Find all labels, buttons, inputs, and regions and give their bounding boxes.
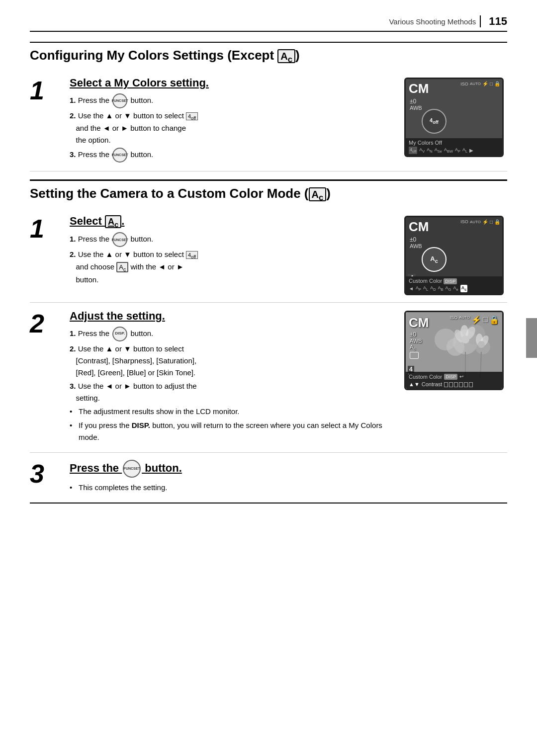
func-set-icon-1: FUNCSET <box>112 93 127 108</box>
icon-abw: ABW <box>444 147 453 154</box>
step1-heading: Select a My Colors setting. <box>70 77 393 89</box>
s2step1-item1: 1. Press the FUNCSET button. <box>70 232 393 247</box>
lcd2-flash: ⚡ <box>482 219 488 225</box>
contrast-scale <box>444 382 473 387</box>
lcd2-ac-icon: Ac <box>430 255 438 264</box>
icon-4off: 4off <box>409 147 417 154</box>
contrast-label-row: Custom Color DISP ↩ <box>409 374 499 380</box>
lcd-screen-2: ISO AUTO ⚡ □ 🔒 CM ±0 AWB Ac L 4 <box>404 216 504 295</box>
lcd2-aspect: □ <box>490 219 493 225</box>
mode-off-icon-s2: 4off <box>186 251 198 259</box>
icon-an: AN <box>427 147 432 154</box>
screen3-col: ISO AUTO ⚡ □ 🔒 CM ±0 AWB Ac L 4 <box>393 310 507 390</box>
icon-ap: AP <box>455 147 460 154</box>
icon2-ap: AP <box>416 285 421 292</box>
lcd2-icons-row: ◄ AP AL AD AB AG Ae Ac <box>409 285 499 292</box>
tick5 <box>464 382 468 387</box>
s2step1-inner: Select Ac. 1. Press the FUNCSET button. … <box>65 215 507 295</box>
lock-icon: 🔒 <box>494 81 500 86</box>
icon2-ab: AB <box>438 285 444 292</box>
s2step1-content: Select Ac. 1. Press the FUNCSET button. … <box>65 215 393 287</box>
disp-tag-1: DISP <box>444 278 457 284</box>
ac-icon-heading: Ac <box>105 215 121 228</box>
lcd1-my-colors-label: My Colors Off <box>409 140 499 146</box>
bullet-dot-1: • <box>70 406 76 418</box>
lcd2-custom-color-label: Custom Color DISP <box>409 278 499 284</box>
lcd2-top-bar: ISO AUTO ⚡ □ 🔒 <box>460 219 500 225</box>
lcd1-center-icon: 4off <box>422 109 447 134</box>
mode-off-icon-1: 4off <box>186 112 198 120</box>
page-number: 115 <box>489 15 507 28</box>
lcd-screen-3: ISO AUTO ⚡ □ 🔒 CM ±0 AWB Ac L 4 <box>404 311 504 390</box>
s2step3-body: • This completes the setting. <box>70 482 507 494</box>
s2step3-content: Press the FUNCSET button. • This complet… <box>65 460 507 496</box>
section1-title-icon: Ac <box>277 49 295 63</box>
screen2-col: ISO AUTO ⚡ □ 🔒 CM ±0 AWB Ac L 4 <box>393 215 507 295</box>
func-set-icon-s2-1: FUNCSET <box>112 232 127 247</box>
section2-title-text: Setting the Camera to a Custom Color Mod… <box>30 186 309 201</box>
lcd1-awb: AWB <box>410 105 422 111</box>
lcd3-lock: 🔒 <box>489 315 499 325</box>
tick4 <box>459 382 463 387</box>
s2step3-number-col: 3 <box>30 460 65 487</box>
s2step1-number: 1 <box>30 216 44 242</box>
lcd2-iso: ISO <box>460 219 468 224</box>
contrast-text: Contrast <box>422 381 443 387</box>
bullet2-text: If you press the DISP. button, you will … <box>79 420 393 443</box>
lcd2-center-icon: Ac <box>422 247 447 272</box>
aspect-icon: □ <box>490 81 493 86</box>
lcd1-bottom-bar: My Colors Off 4off AV AN ASe ABW AP AL ▶ <box>406 138 502 156</box>
icon2-ag: AG <box>446 285 451 292</box>
step1-inner: Select a My Colors setting. 1. Press the… <box>65 77 507 164</box>
s2step2-item3: 3. Use the ◄ or ► button to adjust the s… <box>70 380 393 404</box>
s2step3-heading: Press the FUNCSET button. <box>70 460 507 478</box>
func-set-icon-2: FUNCSET <box>112 148 127 163</box>
section2-title-paren: ) <box>326 186 331 201</box>
lcd3-cm: CM <box>409 315 429 331</box>
section2-title: Setting the Camera to a Custom Color Mod… <box>30 179 507 203</box>
section1-title-paren: ) <box>295 48 300 63</box>
s2step2-item2: 2. Use the ▲ or ▼ button to select [Cont… <box>70 343 393 379</box>
lcd2-awb: AWB <box>410 243 422 249</box>
up-down-arrows: ▲▼ <box>409 381 420 387</box>
lcd2-lock: 🔒 <box>494 219 500 225</box>
icon-arrow-right: ▶ <box>469 148 473 153</box>
func-set-icon-s2-3: FUNCSET <box>123 460 141 478</box>
lcd3-cam-icon <box>410 352 419 359</box>
s2step3-bullet1-text: This completes the setting. <box>79 482 167 494</box>
flash-icon: ⚡ <box>482 81 488 86</box>
lcd1-top-bar: ISO AUTO ⚡ □ 🔒 <box>460 81 500 86</box>
s2step3-bullet1: • This completes the setting. <box>70 482 507 494</box>
s2step3-number: 3 <box>30 461 44 487</box>
auto-icon: AUTO <box>470 82 481 86</box>
lcd3-acicon: Ac <box>410 344 416 351</box>
s2step2-item1: 1. Press the DISP. button. <box>70 327 393 341</box>
step1-item3: 3. Press the FUNCSET button. <box>70 148 393 163</box>
lcd2-ev: ±0 <box>410 236 416 243</box>
s2step2-inner: Adjust the setting. 1. Press the DISP. b… <box>65 310 507 445</box>
s2step1-number-col: 1 <box>30 215 65 242</box>
lcd3-flash: ⚡ <box>471 315 481 325</box>
icon2-al: AL <box>423 285 428 292</box>
lcd3-auto: AUTO <box>459 315 470 325</box>
icon-av: AV <box>419 147 425 154</box>
lcd3-awb: AWB <box>410 338 422 344</box>
bullet-dot-2: • <box>70 420 76 443</box>
section1-step1: 1 Select a My Colors setting. 1. Press t… <box>30 70 507 171</box>
step1-item2: 2. Use the ▲ or ▼ button to select 4off … <box>70 110 393 146</box>
step1-content: Select a My Colors setting. 1. Press the… <box>65 77 393 164</box>
lcd1-ev: ±0 <box>410 98 416 105</box>
section2-step1: 1 Select Ac. 1. Press the FUNCSET button… <box>30 208 507 303</box>
page-container: Various Shooting Methods 115 Configuring… <box>0 0 537 756</box>
ac-icon-step: Ac <box>116 262 128 272</box>
disp-icon-1: DISP. <box>112 327 127 341</box>
lcd2-auto: AUTO <box>470 220 481 224</box>
lcd1-off-icon: 4off <box>430 117 439 125</box>
tick1 <box>444 382 448 387</box>
svg-point-9 <box>461 336 469 343</box>
disp-tag-2: DISP <box>444 374 457 380</box>
s2step2-body: 1. Press the DISP. button. 2. Use the ▲ … <box>70 327 393 443</box>
header-divider <box>480 15 481 27</box>
icon2-ac: Ac <box>460 285 468 292</box>
s2step1-body: 1. Press the FUNCSET button. 2. Use the … <box>70 232 393 286</box>
